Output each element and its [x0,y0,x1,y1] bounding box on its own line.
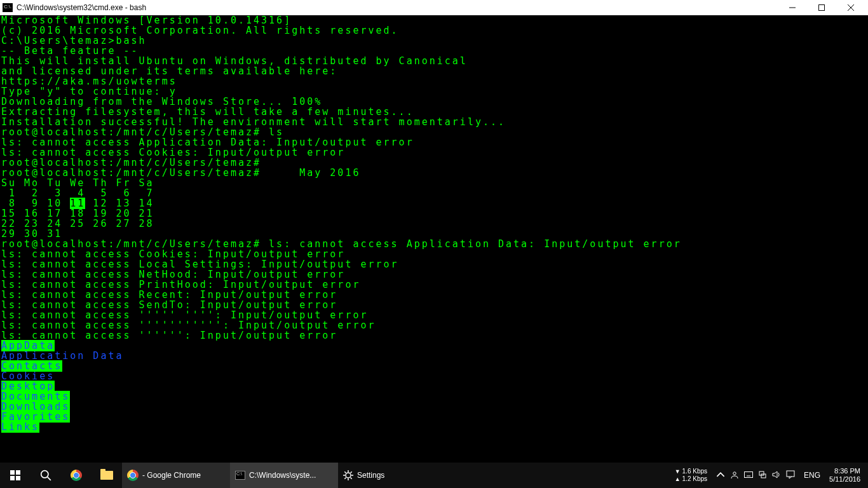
cmd-window[interactable]: C:\ C:\Windows\syste... [230,463,338,488]
tray-chevron-icon[interactable] [716,470,725,481]
cmd-icon: C:\. [3,3,13,12]
language-indicator[interactable]: ENG [800,471,824,480]
tray-network-icon[interactable] [758,470,767,481]
gear-icon [343,470,353,480]
svg-rect-20 [745,471,753,477]
tray-action-center-icon[interactable] [786,470,795,481]
settings-window[interactable]: Settings [338,463,433,488]
svg-rect-4 [10,470,15,475]
svg-line-15 [344,471,346,473]
chrome-icon [71,470,82,481]
svg-line-17 [351,471,352,473]
svg-rect-1 [819,5,825,11]
svg-line-9 [48,477,51,480]
task-label: C:\Windows\syste... [249,471,316,480]
start-button[interactable] [0,463,31,488]
taskbar: - Google Chrome C:\ C:\Windows\syste... … [0,463,868,488]
svg-point-8 [41,471,48,478]
chrome-window[interactable]: - Google Chrome [122,463,230,488]
window-title: C:\Windows\system32\cmd.exe - bash [17,3,146,12]
file-explorer-pinned[interactable] [92,463,122,488]
network-stats[interactable]: ▼ 1.6 Kbps ▲ 1.2 Kbps [675,468,707,483]
chrome-icon [127,470,139,481]
clock[interactable]: 8:36 PM 5/11/2016 [824,467,865,484]
search-button[interactable] [31,463,61,488]
folder-icon [100,471,113,480]
svg-rect-28 [787,471,794,477]
svg-line-16 [351,478,352,479]
svg-marker-27 [773,471,777,478]
tray-people-icon[interactable] [730,470,739,481]
tray-keyboard-icon[interactable] [744,470,753,481]
chrome-pinned[interactable] [61,463,92,488]
svg-point-19 [733,471,736,474]
svg-rect-5 [16,470,20,475]
terminal-output[interactable]: Microsoft Windows [Version 10.0.14316](c… [1,15,868,463]
minimize-button[interactable] [778,0,807,15]
window-titlebar: C:\. C:\Windows\system32\cmd.exe - bash [0,0,868,15]
cmd-icon: C:\ [235,471,245,480]
system-tray [711,470,800,481]
task-label: - Google Chrome [142,471,201,480]
tray-volume-icon[interactable] [772,470,781,481]
task-label: Settings [357,471,384,480]
svg-point-10 [346,473,351,478]
close-button[interactable] [836,0,865,15]
maximize-button[interactable] [807,0,836,15]
svg-rect-6 [10,476,15,480]
svg-rect-7 [16,476,20,480]
svg-line-18 [344,478,346,479]
